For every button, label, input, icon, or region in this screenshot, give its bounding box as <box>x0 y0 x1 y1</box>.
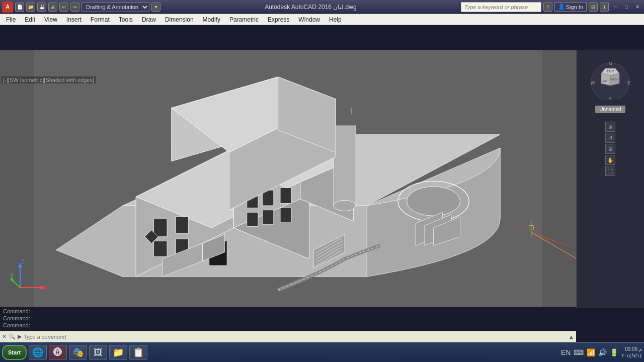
menu-express[interactable]: Express <box>264 15 293 24</box>
autocad-logo: A <box>2 2 13 13</box>
building-drawing <box>0 50 576 308</box>
start-button[interactable]: Start <box>2 345 27 360</box>
taskbar-photoshop[interactable]: 🖼 <box>89 345 107 360</box>
svg-text:W: W <box>591 80 595 85</box>
svg-rect-10 <box>334 126 356 206</box>
pan-icon[interactable]: ✋ <box>605 155 615 165</box>
viewport-3d[interactable]: [-][SW Isometric][Shaded with edges] <box>0 50 576 308</box>
svg-line-53 <box>11 280 20 288</box>
zoom-icon[interactable]: ⊞ <box>605 144 615 154</box>
svg-text:Y: Y <box>10 273 14 279</box>
command-line-2: Command: <box>2 315 574 322</box>
expand-viewport-icon[interactable]: ⛶ <box>605 166 615 176</box>
help-icon[interactable]: ? <box>543 3 552 12</box>
command-area: Command: Command: Command: <box>0 307 576 331</box>
command-line-3: Command: <box>2 322 574 329</box>
cmd-up-icon[interactable]: ▲ <box>569 334 574 340</box>
maximize-button[interactable]: □ <box>622 3 631 11</box>
close-button[interactable]: ✕ <box>633 3 642 11</box>
print-btn[interactable]: 🖨 <box>48 3 57 12</box>
svg-rect-21 <box>176 217 189 234</box>
menu-draw[interactable]: Draw <box>138 15 160 24</box>
viewcube[interactable]: N S W E TOP LEFT FRONT <box>588 54 633 100</box>
workspace-dropdown[interactable]: ▼ <box>151 3 160 12</box>
window-title: Autodesk AutoCAD 2016 ليان.dwg <box>160 4 461 11</box>
undo-btn[interactable]: ↩ <box>59 3 68 12</box>
svg-rect-22 <box>153 241 167 257</box>
taskbar-autocad[interactable]: 🅐 <box>49 345 67 360</box>
svg-text:LEFT: LEFT <box>602 79 609 82</box>
svg-point-13 <box>407 187 460 216</box>
taskbar-chrome[interactable]: 🌐 <box>29 345 47 360</box>
menu-tools[interactable]: Tools <box>115 15 137 24</box>
svg-text:X: X <box>43 285 47 291</box>
menu-format[interactable]: Format <box>87 15 114 24</box>
user-icon: 👤 <box>558 4 565 10</box>
coordinate-axes: Z X Y <box>10 257 50 298</box>
main-layout: [-][SW Isometric][Shaded with edges] <box>0 25 644 342</box>
redo-btn[interactable]: ↪ <box>70 3 79 12</box>
svg-rect-30 <box>280 208 291 222</box>
svg-rect-29 <box>263 210 274 224</box>
viewport-label: [-][SW Isometric][Shaded with edges] <box>1 76 96 83</box>
svg-text:S: S <box>609 97 612 100</box>
expand-btn[interactable]: ⊞ <box>589 3 598 12</box>
sound-icon[interactable]: 🔊 <box>598 348 607 356</box>
menu-help[interactable]: Help <box>325 15 346 24</box>
taskbar: Start 🌐 🅐 🎭 🖼 📁 📋 EN ⌨ 📶 🔊 🔋 09:06 م ٢٠١… <box>0 342 644 362</box>
menu-modify[interactable]: Modify <box>199 15 224 24</box>
svg-text:E: E <box>627 80 630 85</box>
svg-text:TOP: TOP <box>607 69 614 73</box>
title-bar: A 📄 📂 💾 🖨 ↩ ↪ Drafting & Annotation ▼ Au… <box>0 0 644 14</box>
menu-file[interactable]: File <box>2 15 20 24</box>
svg-point-11 <box>334 200 356 211</box>
svg-rect-27 <box>280 188 291 204</box>
svg-text:FRONT: FRONT <box>610 78 621 81</box>
network-icon[interactable]: 📶 <box>587 348 595 356</box>
workspace-selector[interactable]: Drafting & Annotation <box>82 2 149 12</box>
cmd-arrow-icon[interactable]: ▶ <box>18 333 22 340</box>
orbit-icon[interactable]: ↺ <box>605 133 615 143</box>
cmd-close-icon[interactable]: ✕ <box>2 333 7 340</box>
system-clock: 09:06 م ٢٠١٤/٧/١٤ <box>621 346 642 359</box>
command-input[interactable] <box>24 334 567 340</box>
taskbar-explorer[interactable]: 📁 <box>109 345 127 360</box>
titlebar-left: A 📄 📂 💾 🖨 ↩ ↪ Drafting & Annotation ▼ <box>2 2 160 13</box>
save-btn[interactable]: 💾 <box>37 3 46 12</box>
battery-icon[interactable]: 🔋 <box>610 348 618 356</box>
right-panel: N S W E TOP LEFT FRONT Unnamed ⊕ ↺ ⊞ ✋ ⛶ <box>576 50 644 308</box>
svg-text:Z: Z <box>21 259 24 264</box>
menu-edit[interactable]: Edit <box>21 15 39 24</box>
svg-rect-28 <box>247 212 258 226</box>
taskbar-app3[interactable]: 🎭 <box>69 345 87 360</box>
keyboard-icon[interactable]: ⌨ <box>574 348 584 356</box>
svg-text:N: N <box>609 61 612 66</box>
cmd-search-icon[interactable]: 🔍 <box>9 333 16 340</box>
menu-bar: File Edit View Insert Format Tools Draw … <box>0 14 644 25</box>
minimize-button[interactable]: ─ <box>611 3 620 11</box>
named-viewport-label: Unnamed <box>595 106 625 113</box>
search-input[interactable] <box>461 2 541 12</box>
open-btn[interactable]: 📂 <box>26 3 35 12</box>
system-tray: EN ⌨ 📶 🔊 🔋 09:06 م ٢٠١٤/٧/١٤ <box>561 346 642 359</box>
command-input-bar: ✕ 🔍 ▶ ▲ <box>0 331 576 342</box>
new-btn[interactable]: 📄 <box>15 3 24 12</box>
command-line-1: Command: <box>2 308 574 315</box>
menu-parametric[interactable]: Parametric <box>225 15 263 24</box>
signin-button[interactable]: 👤 Sign In <box>554 2 587 12</box>
menu-view[interactable]: View <box>40 15 61 24</box>
menu-insert[interactable]: Insert <box>62 15 86 24</box>
info-btn[interactable]: ℹ <box>600 3 609 12</box>
right-toolbar: ⊕ ↺ ⊞ ✋ ⛶ <box>605 121 616 176</box>
taskbar-app6[interactable]: 📋 <box>129 345 147 360</box>
menu-window[interactable]: Window <box>294 15 324 24</box>
steering-wheel-icon[interactable]: ⊕ <box>605 122 615 132</box>
titlebar-right: ? 👤 Sign In ⊞ ℹ ─ □ ✕ <box>461 2 642 12</box>
language-indicator[interactable]: EN <box>561 348 571 356</box>
menu-dimension[interactable]: Dimension <box>161 15 198 24</box>
